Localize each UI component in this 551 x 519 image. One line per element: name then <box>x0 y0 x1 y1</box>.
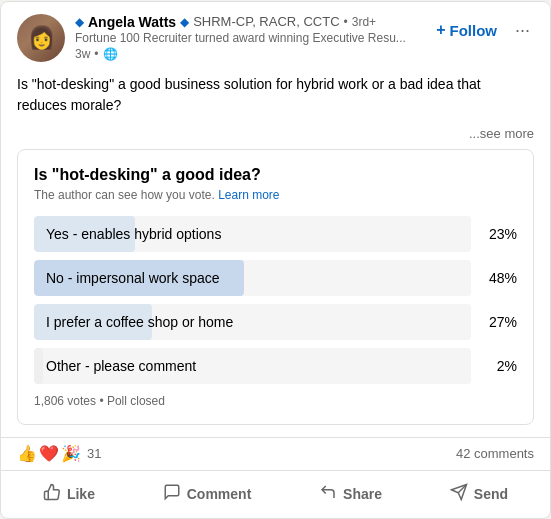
reactions-row: 👍 ❤️ 🎉 31 42 comments <box>1 437 550 470</box>
like-label: Like <box>67 486 95 502</box>
actions-row: Like Comment Share <box>1 470 550 518</box>
poll-bar-wrapper-0[interactable]: Yes - enables hybrid options <box>34 216 471 252</box>
see-more-link[interactable]: ...see more <box>469 126 534 141</box>
author-credentials: SHRM-CP, RACR, CCTC <box>193 14 339 29</box>
poll-percent: 2% <box>479 358 517 374</box>
plus-icon: + <box>436 21 445 39</box>
comment-label: Comment <box>187 486 252 502</box>
poll-percent: 27% <box>479 314 517 330</box>
post-time: 3w <box>75 47 90 61</box>
poll-option[interactable]: No - impersonal work space48% <box>34 260 517 296</box>
verified-icon: ◆ <box>180 15 189 29</box>
send-icon <box>450 483 468 506</box>
linkedin-icon: ◆ <box>75 15 84 29</box>
post-actions: + Follow ··· <box>430 14 534 45</box>
poll-option[interactable]: Yes - enables hybrid options23% <box>34 216 517 252</box>
send-label: Send <box>474 486 508 502</box>
author-name: Angela Watts <box>88 14 176 30</box>
poll: Is "hot-desking" a good idea? The author… <box>17 149 534 425</box>
visibility-icon: 🌐 <box>103 47 118 61</box>
poll-percent: 23% <box>479 226 517 242</box>
send-button[interactable]: Send <box>438 475 520 514</box>
more-button[interactable]: ··· <box>511 16 534 45</box>
poll-bar-wrapper-2[interactable]: I prefer a coffee shop or home <box>34 304 471 340</box>
like-emoji: 👍 <box>17 444 37 464</box>
post-text: Is "hot-desking" a good business solutio… <box>1 70 550 126</box>
poll-option-label: Yes - enables hybrid options <box>34 226 233 242</box>
author-info: ◆ Angela Watts ◆ SHRM-CP, RACR, CCTC • 3… <box>75 14 420 61</box>
reaction-icons: 👍 ❤️ 🎉 31 <box>17 444 101 464</box>
heart-emoji: ❤️ <box>39 444 59 464</box>
share-icon <box>319 483 337 506</box>
follow-label: Follow <box>449 22 497 39</box>
like-icon <box>43 483 61 506</box>
share-button[interactable]: Share <box>307 475 394 514</box>
learn-more-link[interactable]: Learn more <box>218 188 279 202</box>
like-button[interactable]: Like <box>31 475 107 514</box>
poll-option-label: Other - please comment <box>34 358 208 374</box>
reaction-count: 31 <box>87 446 101 461</box>
author-subtitle: Fortune 100 Recruiter turned award winni… <box>75 31 420 45</box>
post-header: 👩 ◆ Angela Watts ◆ SHRM-CP, RACR, CCTC •… <box>1 2 550 70</box>
poll-notice: The author can see how you vote. Learn m… <box>34 188 517 202</box>
poll-option[interactable]: I prefer a coffee shop or home27% <box>34 304 517 340</box>
comment-icon <box>163 483 181 506</box>
name-row: ◆ Angela Watts ◆ SHRM-CP, RACR, CCTC • 3… <box>75 14 420 30</box>
poll-option-label: I prefer a coffee shop or home <box>34 314 245 330</box>
comments-count[interactable]: 42 comments <box>456 446 534 461</box>
poll-option-label: No - impersonal work space <box>34 270 232 286</box>
poll-percent: 48% <box>479 270 517 286</box>
poll-question: Is "hot-desking" a good idea? <box>34 166 517 184</box>
connection-degree: • <box>344 15 348 29</box>
degree-label: 3rd+ <box>352 15 376 29</box>
celebrate-emoji: 🎉 <box>61 444 81 464</box>
more-icon: ··· <box>515 20 530 40</box>
poll-options: Yes - enables hybrid options23%No - impe… <box>34 216 517 384</box>
post-meta: 3w • 🌐 <box>75 47 420 61</box>
follow-button[interactable]: + Follow <box>430 17 503 43</box>
poll-bar-wrapper-1[interactable]: No - impersonal work space <box>34 260 471 296</box>
poll-bar-wrapper-3[interactable]: Other - please comment <box>34 348 471 384</box>
avatar: 👩 <box>17 14 65 62</box>
poll-option[interactable]: Other - please comment2% <box>34 348 517 384</box>
dot-separator: • <box>94 47 98 61</box>
post-card: 👩 ◆ Angela Watts ◆ SHRM-CP, RACR, CCTC •… <box>0 1 551 519</box>
see-more-container: ...see more <box>1 126 550 149</box>
poll-footer: 1,806 votes • Poll closed <box>34 394 517 408</box>
share-label: Share <box>343 486 382 502</box>
comment-button[interactable]: Comment <box>151 475 264 514</box>
